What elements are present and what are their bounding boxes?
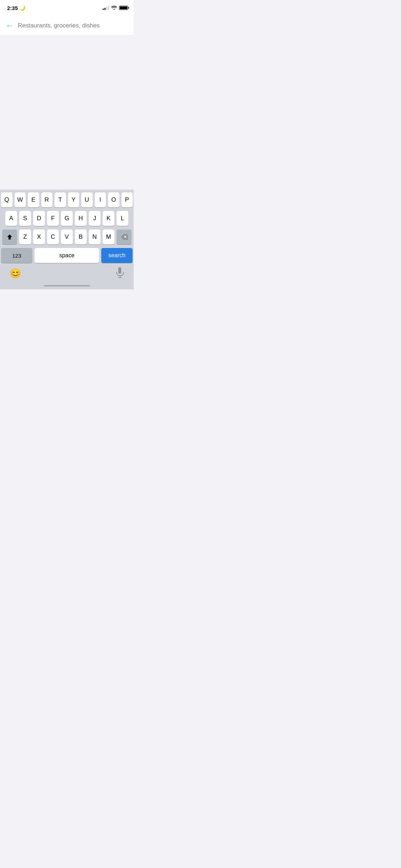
search-input[interactable] bbox=[18, 22, 128, 29]
keyboard-accessories: 😊 bbox=[1, 266, 133, 282]
key-z[interactable]: Z bbox=[19, 229, 31, 244]
key-p[interactable]: P bbox=[122, 192, 133, 207]
keyboard-bottom-row: 123 space search bbox=[1, 248, 133, 263]
key-j[interactable]: J bbox=[89, 211, 101, 226]
key-s[interactable]: S bbox=[19, 211, 31, 226]
key-t[interactable]: T bbox=[55, 192, 66, 207]
shift-key[interactable] bbox=[2, 229, 17, 244]
key-m[interactable]: M bbox=[103, 229, 114, 244]
key-v[interactable]: V bbox=[61, 229, 73, 244]
signal-icon bbox=[103, 6, 109, 10]
search-key[interactable]: search bbox=[101, 248, 133, 263]
back-button[interactable]: ← bbox=[6, 22, 14, 30]
key-l[interactable]: L bbox=[117, 211, 128, 226]
key-u[interactable]: U bbox=[81, 192, 93, 207]
home-indicator-bar bbox=[44, 285, 90, 286]
svg-rect-0 bbox=[118, 267, 121, 274]
numbers-key[interactable]: 123 bbox=[1, 248, 32, 263]
key-n[interactable]: N bbox=[89, 229, 101, 244]
key-f[interactable]: F bbox=[47, 211, 59, 226]
key-g[interactable]: G bbox=[61, 211, 73, 226]
key-e[interactable]: E bbox=[28, 192, 39, 207]
mic-icon[interactable] bbox=[115, 267, 124, 279]
space-key[interactable]: space bbox=[35, 248, 99, 263]
keyboard: Q W E R T Y U I O P A S D F G H J K L Z … bbox=[0, 190, 134, 289]
delete-key[interactable] bbox=[117, 229, 132, 244]
key-r[interactable]: R bbox=[41, 192, 53, 207]
keyboard-row-1: Q W E R T Y U I O P bbox=[1, 192, 133, 207]
search-header: ← bbox=[0, 16, 134, 36]
content-area bbox=[0, 36, 134, 186]
status-time: 2:35 🌙 bbox=[7, 5, 25, 11]
status-bar: 2:35 🌙 bbox=[0, 0, 134, 16]
key-o[interactable]: O bbox=[108, 192, 119, 207]
key-c[interactable]: C bbox=[47, 229, 59, 244]
battery-icon bbox=[119, 6, 128, 10]
moon-icon: 🌙 bbox=[19, 5, 25, 11]
key-h[interactable]: H bbox=[75, 211, 87, 226]
keyboard-row-3: Z X C V B N M bbox=[1, 229, 133, 244]
key-y[interactable]: Y bbox=[68, 192, 79, 207]
home-indicator bbox=[1, 282, 133, 288]
key-k[interactable]: K bbox=[103, 211, 114, 226]
key-i[interactable]: I bbox=[95, 192, 106, 207]
key-b[interactable]: B bbox=[75, 229, 87, 244]
key-q[interactable]: Q bbox=[1, 192, 12, 207]
status-icons bbox=[103, 5, 128, 11]
key-a[interactable]: A bbox=[5, 211, 17, 226]
key-d[interactable]: D bbox=[33, 211, 45, 226]
emoji-icon[interactable]: 😊 bbox=[10, 268, 21, 279]
key-w[interactable]: W bbox=[15, 192, 26, 207]
key-x[interactable]: X bbox=[33, 229, 45, 244]
wifi-icon bbox=[111, 5, 117, 11]
time-display: 2:35 bbox=[7, 5, 18, 11]
keyboard-row-2: A S D F G H J K L bbox=[1, 211, 133, 226]
